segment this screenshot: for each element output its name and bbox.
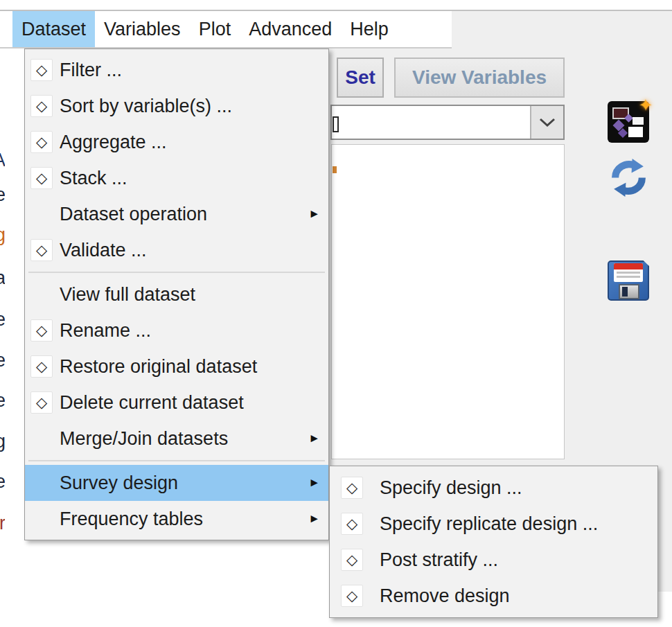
diamond-bullet-icon: ◇	[30, 167, 53, 189]
submenu-item-post-stratify[interactable]: ◇ Post stratify ...	[330, 542, 657, 578]
submenu-arrow-icon: ►	[308, 512, 320, 526]
diamond-bullet-icon: ◇	[30, 391, 53, 414]
submenu-arrow-icon: ►	[308, 207, 320, 221]
menu-item-sort-by-variables[interactable]: ◇ Sort by variable(s) ...	[25, 88, 328, 124]
menu-item-merge-join-datasets[interactable]: Merge/Join datasets ►	[25, 421, 328, 457]
clipped-text-fragment: A	[0, 150, 5, 175]
menu-item-survey-design[interactable]: Survey design ►	[25, 465, 328, 501]
clipped-text-fragment: r	[0, 513, 5, 538]
clipped-text-fragment: e	[0, 390, 5, 415]
menubar-item-dataset[interactable]: Dataset	[12, 11, 95, 47]
clipped-text-fragment: a	[0, 267, 5, 292]
menu-item-aggregate[interactable]: ◇ Aggregate ...	[25, 124, 328, 160]
menubar-item-advanced[interactable]: Advanced	[240, 11, 341, 47]
diamond-bullet-icon: ◇	[341, 513, 363, 535]
submenu-item-remove-design[interactable]: ◇ Remove design	[330, 578, 657, 614]
diamond-bullet-icon: ◇	[341, 477, 363, 499]
clipped-text-fragment: e	[0, 184, 5, 209]
diamond-bullet-icon: ◇	[30, 355, 53, 378]
menu-item-frequency-tables[interactable]: Frequency tables ►	[25, 501, 328, 537]
submenu-arrow-icon: ►	[308, 432, 320, 445]
save-icon[interactable]	[608, 260, 649, 301]
diamond-bullet-icon: ◇	[341, 585, 363, 607]
diamond-bullet-icon: ◇	[341, 549, 363, 571]
add-module-icon[interactable]: ✦	[608, 101, 649, 143]
submenu-arrow-icon: ►	[308, 476, 320, 490]
dataset-list-panel[interactable]	[331, 144, 565, 459]
menu-item-delete-current-dataset[interactable]: ◇ Delete current dataset	[25, 385, 328, 421]
menu-item-stack[interactable]: ◇ Stack ...	[25, 160, 328, 196]
menu-item-view-full-dataset[interactable]: View full dataset	[25, 276, 328, 312]
menu-separator	[25, 268, 328, 276]
menu-separator	[25, 457, 328, 465]
view-variables-button[interactable]: View Variables	[394, 58, 565, 98]
star-badge-icon: ✦	[639, 96, 653, 115]
diamond-bullet-icon: ◇	[30, 131, 53, 153]
combobox-value	[332, 106, 530, 139]
clipped-text-fragment: g	[0, 224, 5, 249]
clipped-text-fragment: e	[0, 471, 5, 496]
menubar-item-plot[interactable]: Plot	[190, 11, 240, 47]
submenu-item-specify-design[interactable]: ◇ Specify design ...	[330, 470, 657, 506]
clipped-text-fragment: e	[0, 350, 5, 375]
menu-item-validate[interactable]: ◇ Validate ...	[25, 232, 328, 268]
menu-item-filter[interactable]: ◇ Filter ...	[25, 52, 328, 88]
set-button[interactable]: Set	[337, 58, 384, 98]
hidden-content-fragment	[333, 166, 337, 173]
menu-bar: Dataset Variables Plot Advanced Help	[0, 11, 452, 48]
dataset-menu: ◇ Filter ... ◇ Sort by variable(s) ... ◇…	[24, 48, 329, 540]
dataset-combobox[interactable]	[330, 105, 565, 140]
chevron-down-icon	[538, 117, 556, 128]
diamond-bullet-icon: ◇	[30, 95, 53, 117]
diamond-bullet-icon: ◇	[30, 319, 53, 342]
menu-item-rename[interactable]: ◇ Rename ...	[25, 312, 328, 348]
menubar-item-variables[interactable]: Variables	[95, 11, 190, 47]
diamond-bullet-icon: ◇	[30, 59, 53, 81]
clipped-text-fragment: g	[0, 431, 5, 456]
submenu-item-specify-replicate-design[interactable]: ◇ Specify replicate design ...	[330, 506, 657, 542]
diamond-bullet-icon: ◇	[30, 239, 53, 261]
menu-item-dataset-operation[interactable]: Dataset operation ►	[25, 196, 328, 232]
menubar-item-help[interactable]: Help	[341, 11, 398, 47]
clipped-text-fragment: e	[0, 309, 5, 334]
survey-design-submenu: ◇ Specify design ... ◇ Specify replicate…	[329, 466, 658, 618]
menu-item-restore-original-dataset[interactable]: ◇ Restore original dataset	[25, 348, 328, 385]
refresh-icon[interactable]	[609, 158, 648, 197]
combobox-dropdown-button[interactable]	[530, 106, 563, 139]
combobox-text-fragment	[333, 116, 339, 132]
app-window: Dataset Variables Plot Advanced Help Set…	[0, 0, 672, 627]
